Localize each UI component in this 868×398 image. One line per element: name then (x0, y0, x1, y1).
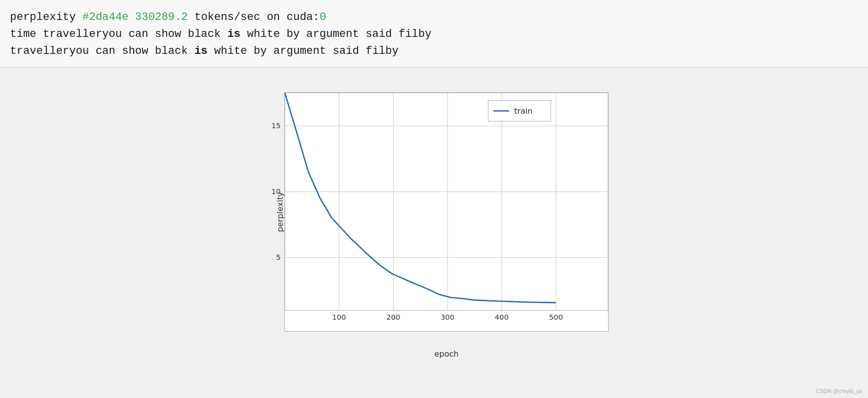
chart-inner: perplexity epoch (284, 92, 609, 332)
output-section: perplexity #2da44e 330289.2 tokens/sec o… (0, 0, 868, 67)
y-axis-label: perplexity (275, 192, 285, 232)
chart-area: perplexity epoch (0, 67, 868, 382)
train-curve (285, 93, 556, 303)
svg-text:5: 5 (276, 253, 280, 261)
output-line2: time travelleryou can show black is whit… (10, 26, 858, 43)
chart-svg: 100 200 300 400 500 15 10 5 train (285, 93, 608, 331)
tokens-label: tokens/sec on cuda: (188, 11, 319, 23)
svg-text:15: 15 (271, 121, 281, 130)
svg-text:500: 500 (549, 313, 563, 321)
svg-rect-8 (285, 93, 608, 310)
output-line3: travelleryou can show black is white by … (10, 43, 858, 60)
cuda-id: 0 (320, 11, 326, 23)
svg-text:200: 200 (386, 313, 400, 321)
x-axis-label: epoch (434, 349, 459, 359)
bold-is-2: is (195, 45, 208, 57)
svg-text:400: 400 (495, 313, 509, 321)
bold-is-1: is (227, 28, 240, 40)
chart-container: perplexity epoch (249, 82, 619, 372)
perplexity-label: perplexity (10, 11, 82, 23)
output-line1: perplexity #2da44e 330289.2 tokens/sec o… (10, 9, 858, 26)
svg-text:100: 100 (332, 313, 346, 321)
svg-text:train: train (514, 106, 532, 116)
perplexity-value1: #2da44e (82, 11, 128, 23)
watermark: CSDN @chryi6_ya (816, 388, 862, 394)
svg-text:300: 300 (440, 313, 454, 321)
perplexity-value2: 330289.2 (135, 11, 188, 23)
